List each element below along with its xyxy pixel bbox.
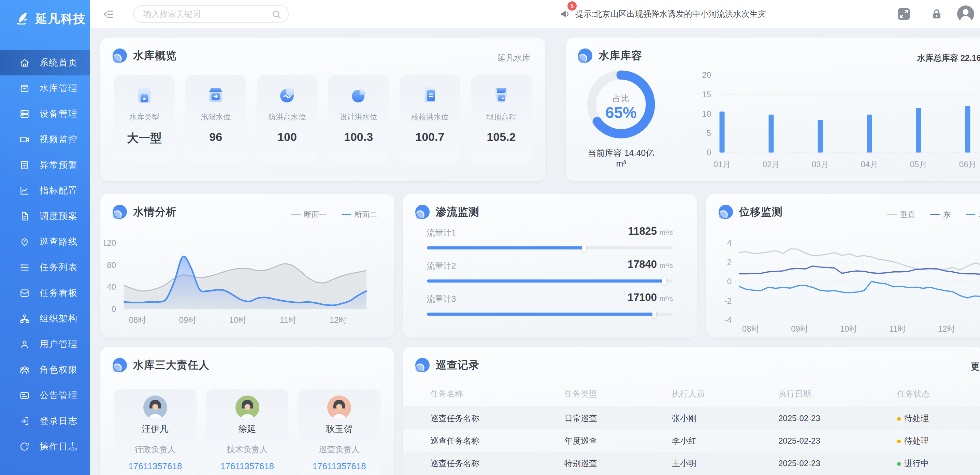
capacity-bar-chart: 0510152001月02月03月04月05月06月 <box>695 68 980 174</box>
lock-icon[interactable] <box>930 8 943 21</box>
sidebar-item-device[interactable]: 设备管理 <box>0 101 90 127</box>
card-sphere-icon <box>415 358 430 372</box>
svg-text:03月: 03月 <box>812 160 829 169</box>
search-input[interactable] <box>143 6 266 22</box>
sidebar-item-login[interactable]: 登录日志 <box>0 408 90 434</box>
stat-tile: 防洪高水位 100 <box>256 75 317 162</box>
flow-meter-row: 流量计2 17840m³/s <box>427 258 673 291</box>
reservoir-name: 延凡水库 <box>498 52 530 64</box>
legend-item[interactable]: 断面一 <box>291 210 326 220</box>
svg-text:09时: 09时 <box>791 324 808 334</box>
svg-text:11时: 11时 <box>280 315 296 324</box>
sidebar-item-plan[interactable]: 调度预案 <box>0 203 90 229</box>
table-row[interactable]: 巡查任务名称特别巡查王小明2025-02-23进行中 <box>403 452 980 475</box>
sidebar-item-org[interactable]: 组织架构 <box>0 306 90 331</box>
table-body: 巡查任务名称日常巡查张小刚2025-02-23待处理巡查任务名称年度巡查李小红2… <box>403 407 980 475</box>
collapse-sidebar-icon[interactable] <box>102 8 115 21</box>
sidebar-nav: 系统首页 水库管理 设备管理 视频监控 <box>0 50 90 459</box>
card-title: 渗流监测 <box>436 205 479 219</box>
org-icon <box>19 313 30 324</box>
meter-thumb[interactable] <box>662 277 666 285</box>
card-title: 水库三大责任人 <box>133 358 210 372</box>
device-icon <box>19 108 30 119</box>
water-area-chart: 0408012008时09时10时11时12时 <box>104 235 377 334</box>
status-dot <box>897 462 901 466</box>
brand-name: 延凡科技 <box>35 11 86 27</box>
svg-text:-2: -2 <box>724 296 732 305</box>
sidebar-item-notice[interactable]: 公告管理 <box>0 383 90 408</box>
legend-item[interactable]: 垂直 <box>887 210 915 220</box>
status-dot <box>897 417 901 421</box>
column-header: 执行人员 <box>672 385 778 406</box>
svg-text:10时: 10时 <box>229 315 247 324</box>
svg-text:20: 20 <box>702 70 711 79</box>
sidebar-item-alert[interactable]: 异常预警 <box>0 152 90 178</box>
user-avatar-icon[interactable] <box>957 5 975 23</box>
sidebar-item-route[interactable]: 巡查路线 <box>0 229 90 254</box>
svg-text:-4: -4 <box>724 315 732 324</box>
legend-item[interactable]: 断面二 <box>342 210 377 220</box>
sail-logo-icon <box>14 10 31 27</box>
donut-chart: 占比65% <box>585 68 657 141</box>
stat-type-icon <box>133 84 156 106</box>
stat-design-icon <box>347 84 370 106</box>
sidebar-item-tasklist[interactable]: 任务列表 <box>0 254 90 280</box>
svg-text:10: 10 <box>702 109 711 118</box>
overview-stats: 水库类型 大一型 汛限水位 96 防洪高水位 100 设计洪水位 <box>114 75 531 162</box>
legend-item[interactable]: 北 <box>966 210 980 220</box>
svg-text:40: 40 <box>107 282 116 291</box>
announcement-marquee: 提示:北京山区出现强降水诱发的中小河流洪水次生灾害风险较大，请部门加强防范。 2… <box>575 0 767 28</box>
card-inspection-records: 巡查记录 更多 任务名称任务类型执行人员执行日期任务状态 巡查任务名称日常巡查张… <box>403 347 980 475</box>
stat-tile: 汛限水位 96 <box>185 75 246 162</box>
legend-item[interactable]: 东 <box>930 210 951 220</box>
sidebar-item-role[interactable]: 角色权限 <box>0 357 90 383</box>
meter-thumb[interactable] <box>652 310 656 318</box>
sidebar-item-oplog[interactable]: 操作日志 <box>0 434 90 459</box>
fullscreen-icon[interactable] <box>897 8 910 21</box>
table-row[interactable]: 巡查任务名称年度巡查李小红2025-02-23待处理 <box>403 430 980 452</box>
topbar: 5 提示:北京山区出现强降水诱发的中小河流洪水次生灾害风险较大，请部门加强防范。… <box>90 0 980 28</box>
more-link[interactable]: 更多 <box>971 361 980 373</box>
card-title: 水库概览 <box>133 48 177 63</box>
svg-text:05月: 05月 <box>910 160 928 169</box>
table-row[interactable]: 巡查任务名称日常巡查张小刚2025-02-23待处理 <box>403 407 980 430</box>
legend-line-icon <box>342 214 351 215</box>
login-icon <box>19 416 30 427</box>
stat-floodhigh-icon <box>276 84 298 106</box>
meter-thumb[interactable] <box>582 244 586 252</box>
search-icon[interactable] <box>272 10 282 20</box>
sidebar-item-home[interactable]: 系统首页 <box>0 50 90 75</box>
status-dot <box>897 440 901 443</box>
svg-text:02月: 02月 <box>763 160 780 169</box>
sidebar-item-user[interactable]: 用户管理 <box>0 331 90 357</box>
column-header: 执行日期 <box>778 385 897 406</box>
stat-check-icon <box>419 84 441 106</box>
legend-line-icon <box>930 214 940 215</box>
sidebar: 延凡科技 系统首页 水库管理 设备管理 <box>0 0 90 475</box>
meter-track <box>427 313 673 316</box>
sidebar-item-video[interactable]: 视频监控 <box>0 127 90 152</box>
user-icon <box>19 339 30 350</box>
table-header: 任务名称任务类型执行人员执行日期任务状态 <box>403 385 980 407</box>
sidebar-item-metric[interactable]: 指标配置 <box>0 178 90 203</box>
sidebar-item-board[interactable]: 任务看板 <box>0 280 90 306</box>
svg-text:80: 80 <box>107 261 116 270</box>
person-phone[interactable]: 17611357618 <box>206 461 289 472</box>
sidebar-item-reservoir[interactable]: 水库管理 <box>0 75 90 101</box>
person-card: 徐延 技术负责人 17611357618 <box>206 389 289 475</box>
route-icon <box>19 237 30 248</box>
person-phone[interactable]: 17611357618 <box>298 461 380 472</box>
svg-text:11时: 11时 <box>889 324 906 334</box>
brand-logo: 延凡科技 <box>0 0 90 27</box>
card-sphere-icon <box>415 205 430 219</box>
card-sphere-icon <box>719 205 733 219</box>
legend-line-icon <box>966 214 975 215</box>
status-badge: 进行中 <box>897 452 980 475</box>
plan-icon <box>19 211 30 222</box>
card-sphere-icon <box>578 48 592 63</box>
meter-track <box>427 246 673 249</box>
status-badge: 待处理 <box>897 407 980 430</box>
person-phone[interactable]: 17611357618 <box>114 461 197 472</box>
svg-text:15: 15 <box>702 90 711 99</box>
svg-text:占比: 占比 <box>613 94 629 103</box>
